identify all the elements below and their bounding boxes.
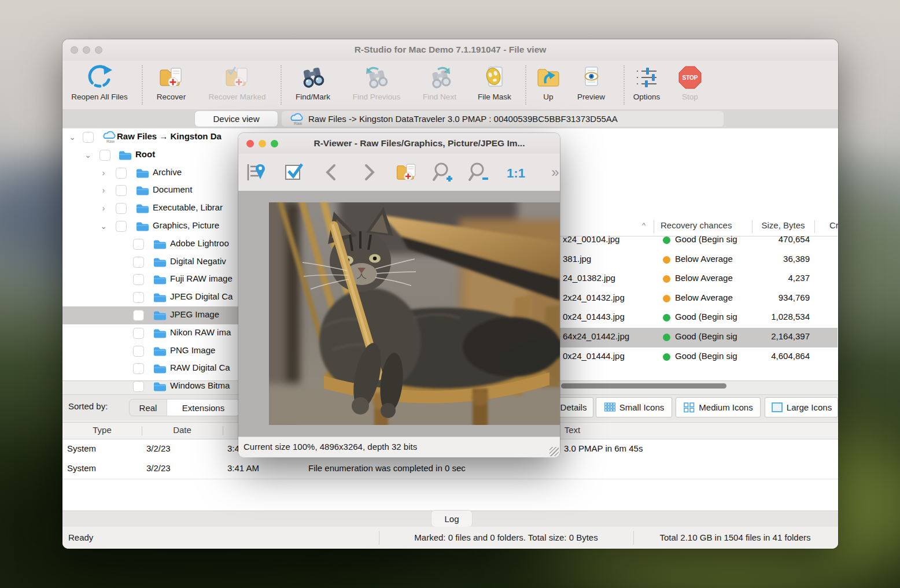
tree-checkbox[interactable] — [116, 185, 127, 196]
file-row-0x24-01443-jpg[interactable]: 0x24_01443.jpgGood (Begin sig1,028,534 — [558, 308, 838, 328]
viewer-image-area — [238, 191, 560, 437]
tree-checkbox[interactable] — [133, 363, 144, 374]
log-column-type[interactable]: Type — [62, 425, 142, 435]
viewer-goto-icon[interactable] — [245, 161, 268, 184]
sort-tab-real[interactable]: Real — [130, 400, 167, 416]
tree-checkbox[interactable] — [133, 274, 144, 285]
viewer-status-bar: Current size 100%, 4896x3264, depth 32 b… — [238, 437, 560, 457]
chevron-right-icon[interactable]: › — [99, 186, 108, 195]
tree-checkbox[interactable] — [116, 168, 127, 179]
find-next-icon — [426, 64, 453, 91]
scrollbar-thumb[interactable] — [561, 383, 726, 389]
toolbar-button-preview[interactable]: Preview — [568, 64, 614, 101]
log-column-date[interactable]: Date — [142, 425, 223, 435]
recovery-status: Below Average — [675, 273, 733, 283]
toolbar-button-file-mask[interactable]: File Mask — [467, 64, 522, 101]
folder-icon — [153, 364, 166, 373]
chevron-right-icon[interactable]: › — [99, 168, 108, 177]
toolbar-button-find-next: Find Next — [411, 64, 469, 101]
toolbar-button-recover[interactable]: Recover — [139, 64, 203, 101]
chevron-right-icon[interactable]: › — [99, 204, 108, 213]
sort-mode-tabs: RealExtensions — [129, 399, 240, 416]
status-marked: Marked: 0 files and 0 folders. Total siz… — [379, 532, 633, 542]
file-row-0x24-01444-jpg[interactable]: 0x24_01444.jpgGood (Begin sig4,604,864 — [558, 347, 838, 367]
resize-grip[interactable] — [549, 447, 559, 456]
toolbar-button-find-mark[interactable]: Find/Mark — [281, 64, 345, 101]
toolbar-button-label: Up — [528, 93, 569, 101]
file-row-x24-00104-jpg[interactable]: x24_00104.jpgGood (Begin sig470,654 — [558, 231, 838, 250]
sort-tab-extensions[interactable]: Extensions — [167, 400, 239, 416]
tree-checkbox[interactable] — [83, 132, 94, 143]
file-row-24-01382-jpg[interactable]: 24_01382.jpgBelow Average4,237 — [558, 269, 838, 289]
toolbar-button-options[interactable]: Options — [624, 64, 670, 101]
tree-checkbox[interactable] — [133, 328, 144, 339]
column-created[interactable]: Cr — [829, 220, 839, 230]
viewer-mark-icon[interactable] — [282, 161, 305, 184]
tree-item-label: Nikon RAW ima — [170, 327, 231, 337]
chevron-down-icon[interactable]: ⌄ — [99, 221, 108, 231]
column-divider[interactable] — [223, 426, 223, 435]
tab-raw-files[interactable]: Raw Raw Files -> Kingston DataTraveler 3… — [282, 111, 724, 127]
viewer-window-title: R-Viewer - Raw Files/Graphics, Picture/J… — [238, 138, 560, 149]
viewer-actual-size-icon[interactable]: 1:1 — [504, 161, 528, 184]
column-size-bytes[interactable]: Size, Bytes — [752, 220, 814, 230]
stop-icon: STOP — [677, 64, 703, 91]
file-row-381-jpg[interactable]: 381.jpgBelow Average36,389 — [558, 250, 838, 270]
toolbar-button-up[interactable]: Up — [528, 64, 569, 101]
log-text: 3.0 PMAP in 6m 45s — [564, 443, 643, 453]
file-size: 470,654 — [752, 234, 810, 244]
main-titlebar[interactable]: R-Studio for Mac Demo 7.1.191047 - File … — [62, 39, 838, 61]
chevron-down-icon[interactable]: ⌄ — [84, 150, 92, 160]
preview-icon — [578, 64, 604, 91]
svg-text:Raw: Raw — [294, 121, 303, 125]
viewer-recover-icon[interactable] — [395, 161, 418, 184]
chevron-down-icon[interactable]: ⌄ — [68, 132, 76, 142]
file-row-2x24-01432-jpg[interactable]: 2x24_01432.jpgBelow Average934,769 — [558, 289, 838, 309]
log-time: 3:41 AM — [227, 463, 259, 473]
toolbar-button-reopen-all-files[interactable]: Reopen All Files — [62, 64, 137, 101]
column-recovery-chances[interactable]: Recovery chances — [661, 220, 732, 230]
previous-icon — [320, 161, 343, 184]
horizontal-scrollbar[interactable] — [558, 382, 838, 391]
folder-icon — [136, 168, 149, 178]
tree-checkbox[interactable] — [133, 381, 144, 392]
file-row-64x24-01442-jpg[interactable]: 64x24_01442.jpgGood (Begin sig2,164,397 — [558, 328, 838, 347]
log-button[interactable]: Log — [431, 510, 473, 527]
toolbar-button-label: Find Previous — [344, 93, 409, 101]
viewer-zoom-in-icon[interactable] — [431, 161, 454, 184]
view-button-small-icons[interactable]: Small Icons — [596, 397, 672, 417]
toolbar-button-label: Find/Mark — [281, 93, 345, 101]
view-button-large-icons[interactable]: Large Icons — [765, 397, 838, 417]
folder-icon — [136, 204, 149, 213]
file-name: 0x24_01443.jpg — [563, 312, 625, 321]
recovery-status-dot-orange — [663, 295, 670, 302]
options-icon — [633, 64, 660, 91]
tree-checkbox[interactable] — [133, 257, 144, 268]
column-divider[interactable] — [142, 426, 142, 435]
up-icon — [535, 64, 562, 91]
log-type: System — [67, 463, 96, 473]
viewer-titlebar[interactable]: R-Viewer - Raw Files/Graphics, Picture/J… — [238, 133, 560, 154]
tree-checkbox[interactable] — [133, 239, 144, 250]
viewer-next-icon[interactable] — [357, 161, 381, 184]
view-button-medium-icons[interactable]: Medium Icons — [676, 397, 761, 417]
goto-icon — [245, 161, 268, 184]
tree-checkbox[interactable] — [116, 203, 127, 214]
tree-item-label: Digital Negativ — [170, 256, 226, 266]
tree-checkbox[interactable] — [133, 310, 144, 321]
viewer-zoom-out-icon[interactable] — [467, 161, 490, 184]
viewer-more-icon[interactable]: » — [544, 161, 567, 184]
viewer-previous-icon[interactable] — [320, 161, 343, 184]
tree-checkbox[interactable] — [116, 221, 127, 232]
folder-icon — [153, 239, 166, 249]
folder-icon — [153, 346, 166, 356]
tree-checkbox[interactable] — [133, 292, 144, 303]
tree-checkbox[interactable] — [99, 150, 110, 161]
tab-device-view[interactable]: Device view — [195, 111, 278, 127]
tree-checkbox[interactable] — [133, 346, 144, 357]
recovery-status-dot-green — [663, 334, 670, 341]
recover-icon — [158, 64, 185, 91]
small-icons-icon — [604, 402, 616, 413]
folder-icon — [153, 293, 166, 302]
log-row[interactable]: System3/2/233:41 AMFile enumeration was … — [62, 459, 838, 479]
